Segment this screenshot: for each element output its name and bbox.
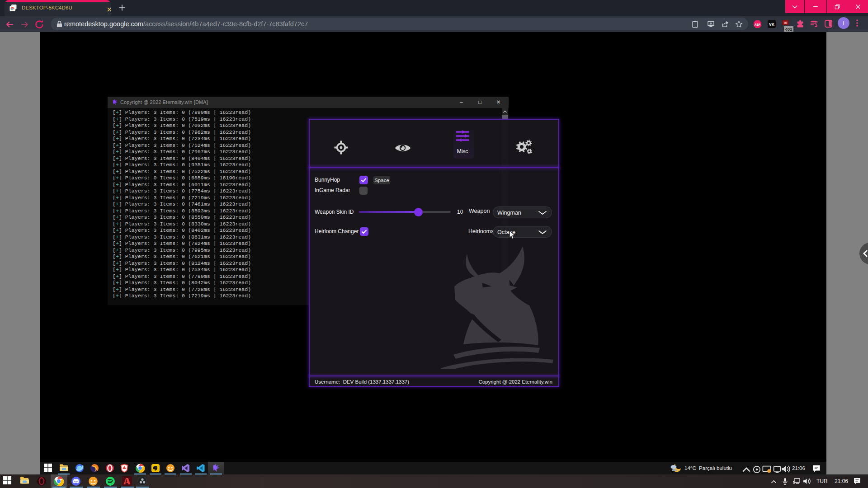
svg-text:ABP: ABP [755, 23, 760, 26]
svg-text:VK: VK [769, 22, 775, 27]
svg-text:402: 402 [785, 27, 793, 32]
svg-text:I: I [843, 20, 844, 27]
svg-text:ID: ID [784, 22, 788, 24]
